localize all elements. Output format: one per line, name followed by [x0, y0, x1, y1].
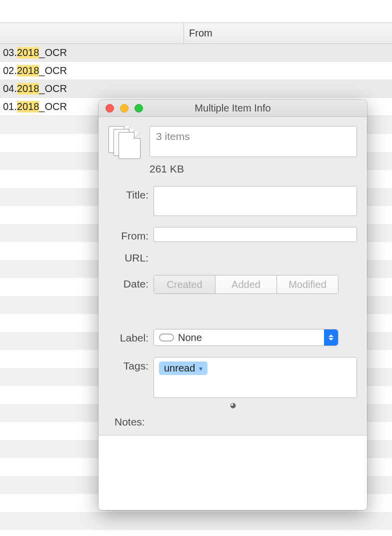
- from-label: From:: [108, 227, 148, 242]
- zoom-button[interactable]: [134, 104, 143, 112]
- list-item[interactable]: 03.2018_OCR: [0, 44, 392, 62]
- tag-pill[interactable]: unread ▾: [159, 362, 208, 375]
- resize-handle-icon[interactable]: ◕: [108, 401, 357, 409]
- row-text-pre: 03.: [3, 47, 17, 58]
- select-stepper-icon: [324, 330, 338, 346]
- items-summary-text: 3 items: [156, 130, 190, 142]
- url-label: URL:: [108, 249, 148, 264]
- row-text-highlight: 2018: [17, 65, 40, 76]
- label-select[interactable]: None: [154, 329, 338, 346]
- date-segmented-control: Created Added Modified: [154, 275, 338, 294]
- date-label: Date:: [108, 275, 148, 290]
- info-panel: Multiple Item Info 3 items 261 KB Title:…: [98, 100, 367, 510]
- row-text-post: _OCR: [39, 65, 67, 76]
- list-item[interactable]: 04.2018_OCR: [0, 80, 392, 98]
- date-added-button[interactable]: Added: [216, 276, 277, 294]
- row-text-highlight: 2018: [17, 47, 40, 58]
- documents-icon: [108, 126, 142, 158]
- date-created-button[interactable]: Created: [154, 276, 216, 294]
- row-text-pre: 04.: [3, 83, 17, 94]
- list-item[interactable]: 02.2018_OCR: [0, 62, 392, 80]
- tag-text: unread: [164, 362, 195, 374]
- label-label: Label:: [108, 329, 148, 344]
- date-modified-button[interactable]: Modified: [277, 276, 338, 294]
- column-name-spacer: [0, 23, 184, 44]
- column-header-from[interactable]: From: [184, 28, 212, 39]
- row-text-pre: 02.: [3, 65, 17, 76]
- row-text-highlight: 2018: [17, 101, 40, 112]
- title-label: Title:: [108, 186, 148, 201]
- close-button[interactable]: [106, 104, 114, 112]
- row-text-post: _OCR: [39, 47, 67, 58]
- label-swatch-icon: [159, 334, 174, 342]
- toolbar-spacer: [0, 0, 392, 23]
- tags-field[interactable]: unread ▾: [154, 357, 357, 398]
- from-field[interactable]: [154, 227, 357, 242]
- row-text-pre: 01.: [3, 101, 17, 112]
- notes-label: Notes:: [108, 416, 357, 428]
- notes-area[interactable]: [98, 436, 367, 510]
- label-select-value: None: [178, 332, 202, 344]
- items-summary-field[interactable]: 3 items: [150, 126, 357, 157]
- row-text-post: _OCR: [39, 101, 67, 112]
- chevron-down-icon: ▾: [199, 364, 202, 372]
- panel-titlebar[interactable]: Multiple Item Info: [98, 100, 367, 117]
- row-text-highlight: 2018: [17, 83, 40, 94]
- minimize-button[interactable]: [120, 104, 128, 112]
- row-text-post: _OCR: [39, 83, 67, 94]
- window-controls: [98, 104, 143, 112]
- tags-label: Tags:: [108, 357, 148, 372]
- column-header-row: From: [0, 23, 392, 44]
- title-field[interactable]: [154, 186, 357, 216]
- size-text: 261 KB: [150, 163, 357, 175]
